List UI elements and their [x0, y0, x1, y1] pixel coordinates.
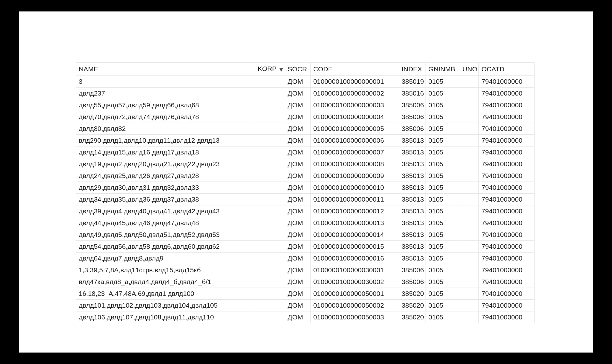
table-row[interactable]: двлд106,двлд107,двлд108,двлд11,двлд110ДО… [76, 311, 535, 323]
cell-index: 385013 [399, 205, 426, 217]
cell-index: 385006 [399, 111, 426, 123]
table-row[interactable]: двлд237ДОМ010000010000000000238501601057… [76, 88, 535, 99]
cell-code: 0100000100000000010 [310, 182, 399, 194]
table-row[interactable]: двлд80,двлд82ДОМ010000010000000000538500… [76, 123, 535, 135]
table-row[interactable]: 16,18,23_А,47,48А,69,двлд1,двлд100ДОМ010… [76, 288, 535, 300]
table-row[interactable]: 1,3,39,5,7,8А,влд11стрв,влд15,влд15кбДОМ… [76, 264, 535, 276]
cell-ocatd: 79401000000 [479, 276, 535, 288]
cell-index: 385013 [399, 253, 426, 264]
table-row[interactable]: влд290,двлд1,двлд10,двлд11,двлд12,двлд13… [76, 135, 535, 146]
table-row[interactable]: двлд54,двлд56,двлд58,двлд6,двлд60,двлд62… [76, 241, 535, 253]
cell-name: 3 [76, 76, 255, 88]
cell-name: двлд49,двлд5,двлд50,двлд51,двлд52,двлд53 [76, 229, 255, 241]
cell-socr: ДОМ [285, 253, 310, 264]
cell-index: 385006 [399, 276, 426, 288]
cell-korp [255, 194, 285, 205]
table-row[interactable]: двлд14,двлд15,двлд16,двлд17,двлд18ДОМ010… [76, 146, 535, 158]
cell-ocatd: 79401000000 [479, 205, 535, 217]
table-row[interactable]: двлд24,двлд25,двлд26,двлд27,двлд28ДОМ010… [76, 170, 535, 182]
cell-code: 0100000100000050003 [310, 311, 399, 323]
table-row[interactable]: влд47ка,влд8_а,двлд4,двлд4_б,двлд4_б/1ДО… [76, 276, 535, 288]
cell-korp [255, 111, 285, 123]
column-header-uno[interactable]: UNO [460, 63, 479, 76]
table-row[interactable]: двлд49,двлд5,двлд50,двлд51,двлд52,двлд53… [76, 229, 535, 241]
cell-socr: ДОМ [285, 217, 310, 229]
cell-socr: ДОМ [285, 123, 310, 135]
column-header-socr[interactable]: SOCR [285, 63, 310, 76]
table-row[interactable]: двлд64,двлд7,двлд8,двлд9ДОМ0100000100000… [76, 253, 535, 264]
cell-name: двлд55,двлд57,двлд59,двлд66,двлд68 [76, 99, 255, 111]
cell-ocatd: 79401000000 [479, 300, 535, 311]
table-row[interactable]: двлд39,двлд4,двлд40,двлд41,двлд42,двлд43… [76, 205, 535, 217]
cell-gninmb: 0105 [426, 99, 460, 111]
cell-korp [255, 123, 285, 135]
table-row[interactable]: двлд55,двлд57,двлд59,двлд66,двлд68ДОМ010… [76, 99, 535, 111]
data-table: NAME KORP▼ SOCR CODE INDEX GNINMB UNO OC… [76, 62, 535, 323]
cell-gninmb: 0105 [426, 146, 460, 158]
cell-gninmb: 0105 [426, 288, 460, 300]
table-row[interactable]: двлд19,двлд2,двлд20,двлд21,двлд22,двлд23… [76, 158, 535, 170]
cell-code: 0100000100000000014 [310, 229, 399, 241]
cell-code: 0100000100000000011 [310, 194, 399, 205]
cell-uno [460, 182, 479, 194]
column-header-ocatd[interactable]: OCATD [479, 63, 535, 76]
table-row[interactable]: двлд44,двлд45,двлд46,двлд47,двлд48ДОМ010… [76, 217, 535, 229]
cell-gninmb: 0105 [426, 276, 460, 288]
column-header-gninmb[interactable]: GNINMB [426, 63, 460, 76]
cell-uno [460, 217, 479, 229]
cell-korp [255, 76, 285, 88]
cell-name: двлд44,двлд45,двлд46,двлд47,двлд48 [76, 217, 255, 229]
table-row[interactable]: двлд101,двлд102,двлд103,двлд104,двлд105Д… [76, 300, 535, 311]
cell-gninmb: 0105 [426, 264, 460, 276]
cell-code: 0100000100000000008 [310, 158, 399, 170]
cell-socr: ДОМ [285, 276, 310, 288]
cell-code: 0100000100000000012 [310, 205, 399, 217]
cell-name: 1,3,39,5,7,8А,влд11стрв,влд15,влд15кб [76, 264, 255, 276]
column-header-name[interactable]: NAME [76, 63, 255, 76]
cell-name: двлд39,двлд4,двлд40,двлд41,двлд42,двлд43 [76, 205, 255, 217]
cell-index: 385013 [399, 229, 426, 241]
cell-socr: ДОМ [285, 194, 310, 205]
cell-code: 0100000100000030001 [310, 264, 399, 276]
cell-korp [255, 253, 285, 264]
cell-korp [255, 264, 285, 276]
cell-code: 0100000100000000002 [310, 88, 399, 99]
cell-code: 0100000100000050002 [310, 300, 399, 311]
cell-index: 385013 [399, 182, 426, 194]
cell-gninmb: 0105 [426, 111, 460, 123]
cell-index: 385013 [399, 146, 426, 158]
cell-uno [460, 135, 479, 146]
cell-socr: ДОМ [285, 76, 310, 88]
cell-code: 0100000100000000004 [310, 111, 399, 123]
cell-ocatd: 79401000000 [479, 158, 535, 170]
cell-socr: ДОМ [285, 311, 310, 323]
cell-socr: ДОМ [285, 288, 310, 300]
cell-index: 385013 [399, 170, 426, 182]
cell-ocatd: 79401000000 [479, 229, 535, 241]
cell-korp [255, 311, 285, 323]
cell-korp [255, 182, 285, 194]
cell-gninmb: 0105 [426, 241, 460, 253]
cell-name: двлд34,двлд35,двлд36,двлд37,двлд38 [76, 194, 255, 205]
cell-gninmb: 0105 [426, 88, 460, 99]
cell-gninmb: 0105 [426, 76, 460, 88]
cell-gninmb: 0105 [426, 135, 460, 146]
cell-ocatd: 79401000000 [479, 123, 535, 135]
cell-name: двлд14,двлд15,двлд16,двлд17,двлд18 [76, 146, 255, 158]
column-header-index[interactable]: INDEX [399, 63, 426, 76]
table-row[interactable]: 3ДОМ010000010000000000138501901057940100… [76, 76, 535, 88]
table-row[interactable]: двлд29,двлд30,двлд31,двлд32,двлд33ДОМ010… [76, 182, 535, 194]
cell-name: 16,18,23_А,47,48А,69,двлд1,двлд100 [76, 288, 255, 300]
column-header-korp[interactable]: KORP▼ [255, 63, 285, 76]
cell-ocatd: 79401000000 [479, 146, 535, 158]
table-row[interactable]: двлд34,двлд35,двлд36,двлд37,двлд38ДОМ010… [76, 194, 535, 205]
cell-uno [460, 288, 479, 300]
cell-index: 385006 [399, 264, 426, 276]
cell-index: 385013 [399, 241, 426, 253]
cell-index: 385006 [399, 99, 426, 111]
table-row[interactable]: двлд70,двлд72,двлд74,двлд76,двлд78ДОМ010… [76, 111, 535, 123]
cell-ocatd: 79401000000 [479, 99, 535, 111]
column-header-code[interactable]: CODE [310, 63, 399, 76]
cell-socr: ДОМ [285, 241, 310, 253]
cell-uno [460, 229, 479, 241]
